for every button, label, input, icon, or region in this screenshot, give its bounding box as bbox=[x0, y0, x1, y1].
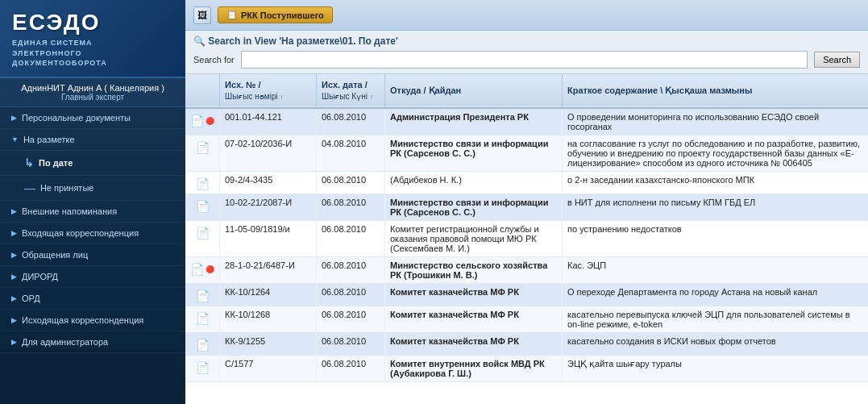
sidebar-arrow-obrascheniya: ▶ bbox=[11, 251, 17, 259]
cell-icons: 📄 bbox=[185, 283, 220, 306]
cell-icons: 📄 bbox=[185, 220, 220, 256]
sidebar-label-iskhod-korr: Исходящая корреспонденция bbox=[22, 315, 143, 325]
sidebar-label-obrascheniya: Обращения лиц bbox=[22, 250, 88, 260]
table-row[interactable]: 📄С/157706.08.2010Комитет внутренних войс… bbox=[185, 355, 868, 381]
doc-icon: 📄 bbox=[196, 141, 210, 154]
header-from: Откуда / Қайдан bbox=[385, 74, 563, 108]
search-input[interactable] bbox=[241, 51, 808, 69]
table-row[interactable]: 📄🔴001.01-44.12106.08.2010Администрация П… bbox=[185, 108, 868, 135]
table-header-row: Исх. № /Шығыс нөмірі ↑ Исх. дата /Шығыс … bbox=[185, 74, 868, 108]
header-content: Краткое содержание \ Қысқаша мазмыны bbox=[563, 74, 869, 108]
cell-date: 04.08.2010 bbox=[317, 135, 385, 171]
cell-icons: 📄 bbox=[185, 306, 220, 332]
header-num: Исх. № /Шығыс нөмірі ↑ bbox=[220, 74, 317, 108]
table-row[interactable]: 📄11-05-09/1819/и06.08.2010Комитет регист… bbox=[185, 220, 868, 256]
table-body: 📄🔴001.01-44.12106.08.2010Администрация П… bbox=[185, 108, 868, 382]
sidebar-label-narazmetke: На разметке bbox=[23, 135, 75, 144]
sidebar-arrow-personal: ▶ bbox=[11, 114, 17, 122]
table-row[interactable]: 📄10-02-21/2087-И06.08.2010Министерство с… bbox=[185, 194, 868, 220]
cell-content: О переходе Департамента по городу Астана… bbox=[563, 283, 869, 306]
nav-section: ▶Персональные документы▼На разметке↳По д… bbox=[0, 107, 185, 353]
search-bar: 🔍 Search in View 'На разметке\01. По дат… bbox=[185, 31, 868, 74]
sidebar-label-admin: Для администратора bbox=[22, 337, 108, 347]
sidebar-label-ord: ОРД bbox=[22, 294, 40, 303]
header-icons bbox=[185, 74, 220, 108]
table-row[interactable]: 📄КК-10/126406.08.2010Комитет казначейств… bbox=[185, 283, 868, 306]
sidebar-item-vhod-korr[interactable]: ▶Входящая корреспонденция bbox=[0, 223, 185, 244]
doc-icon: 📄 bbox=[196, 312, 210, 325]
doc-icon: 📄 bbox=[196, 361, 210, 374]
doc-icon: 📄 bbox=[196, 177, 210, 190]
cell-from: Министерство связи и информации РК (Сарс… bbox=[385, 135, 563, 171]
sidebar-item-ord[interactable]: ▶ОРД bbox=[0, 288, 185, 310]
sidebar-item-iskhod-korr[interactable]: ▶Исходящая корреспонденция bbox=[0, 310, 185, 331]
cell-date: 06.08.2010 bbox=[317, 355, 385, 381]
cell-icons: 📄 bbox=[185, 332, 220, 355]
cell-date: 06.08.2010 bbox=[317, 171, 385, 194]
sidebar-item-dirord[interactable]: ▶ДИРОРД bbox=[0, 266, 185, 288]
cell-from: (Абдибеков Н. К.) bbox=[385, 171, 563, 194]
cell-date: 06.08.2010 bbox=[317, 332, 385, 355]
sidebar-arrow-dirord: ▶ bbox=[11, 273, 17, 281]
table-row[interactable]: 📄КК-10/126806.08.2010Комитет казначейств… bbox=[185, 306, 868, 332]
cell-date: 06.08.2010 bbox=[317, 194, 385, 220]
cell-from: Администрация Президента РК bbox=[385, 108, 563, 135]
sidebar-item-narazmetke[interactable]: ▼На разметке bbox=[0, 129, 185, 151]
sidebar-item-personal[interactable]: ▶Персональные документы bbox=[0, 107, 185, 129]
document-table: Исх. № /Шығыс нөмірі ↑ Исх. дата /Шығыс … bbox=[185, 74, 868, 382]
cell-content: ЭЦҚ қайта шығару туралы bbox=[563, 355, 869, 381]
doc-icon: 📄 bbox=[196, 339, 210, 352]
sidebar-arrow-ord: ▶ bbox=[11, 294, 17, 302]
cell-icons: 📄 bbox=[185, 355, 220, 381]
cell-from: Министерство связи и информации РК (Сарс… bbox=[385, 194, 563, 220]
cell-content: касательно перевыпуска ключей ЭЦП для по… bbox=[563, 306, 869, 332]
table-row[interactable]: 📄🔴28-1-0-21/6487-И06.08.2010Министерство… bbox=[185, 256, 868, 283]
cell-date: 06.08.2010 bbox=[317, 220, 385, 256]
sidebar-arrow-iskhod-korr: ▶ bbox=[11, 316, 17, 324]
user-area: АднинНИТ Аднин А ( Канцелярия ) Главный … bbox=[0, 78, 185, 107]
red-flag-icon: 🔴 bbox=[206, 265, 214, 273]
doc-icon: 📄 bbox=[196, 200, 210, 213]
rkk-label: РКК Поступившего bbox=[241, 10, 324, 20]
sidebar-item-podate[interactable]: ↳По дате bbox=[0, 151, 185, 176]
table-row[interactable]: 📄КК-9/125506.08.2010Комитет казначейства… bbox=[185, 332, 868, 355]
cell-num: КК-10/1268 bbox=[220, 306, 317, 332]
user-name: АднинНИТ Аднин А ( Канцелярия ) bbox=[12, 83, 173, 93]
sidebar-label-nepriniatye: Не принятые bbox=[40, 183, 93, 193]
topbar: 🖼 📋 РКК Поступившего bbox=[185, 0, 868, 31]
search-title: 🔍 Search in View 'На разметке\01. По дат… bbox=[193, 35, 860, 47]
cell-icons: 📄🔴 bbox=[185, 108, 220, 135]
sidebar-item-nepriniatye[interactable]: —Не принятые bbox=[0, 176, 185, 201]
cell-date: 06.08.2010 bbox=[317, 306, 385, 332]
doc-icon: 📄 bbox=[196, 289, 210, 302]
rkk-icon: 📋 bbox=[226, 10, 238, 20]
cell-from: Комитет внутренних войск МВД РК (Аубакир… bbox=[385, 355, 563, 381]
cell-icons: 📄 bbox=[185, 194, 220, 220]
cell-num: 11-05-09/1819/и bbox=[220, 220, 317, 256]
cell-icons: 📄🔴 bbox=[185, 256, 220, 283]
cell-date: 06.08.2010 bbox=[317, 283, 385, 306]
cell-content: о 2-н заседании казахстанско-японского М… bbox=[563, 171, 869, 194]
toolbar-icon[interactable]: 🖼 bbox=[193, 6, 211, 24]
sidebar-item-admin[interactable]: ▶Для администратора bbox=[0, 331, 185, 353]
sidebar-arrow-admin: ▶ bbox=[11, 338, 17, 346]
sidebar-item-vneshnie[interactable]: ▶Внешние напоминания bbox=[0, 201, 185, 223]
table-row[interactable]: 📄09-2/4-343506.08.2010(Абдибеков Н. К.)о… bbox=[185, 171, 868, 194]
cell-num: 001.01-44.121 bbox=[220, 108, 317, 135]
sidebar-arrow-narazmetke: ▼ bbox=[11, 135, 19, 144]
table-row[interactable]: 📄07-02-10/2036-И04.08.2010Министерство с… bbox=[185, 135, 868, 171]
red-flag-icon: 🔴 bbox=[206, 117, 214, 125]
sidebar-label-vneshnie: Внешние напоминания bbox=[22, 206, 117, 216]
cell-num: 09-2/4-3435 bbox=[220, 171, 317, 194]
cell-content: по устранению недостатков bbox=[563, 220, 869, 256]
main-content: 🖼 📋 РКК Поступившего 🔍 Search in View 'Н… bbox=[185, 0, 868, 404]
cell-from: Комитет казначейства МФ РК bbox=[385, 283, 563, 306]
sidebar-bullet-podate: ↳ bbox=[24, 156, 34, 169]
search-button[interactable]: Search bbox=[814, 52, 860, 68]
doc-icon: 📄 bbox=[190, 263, 204, 276]
cell-content: О проведении мониторинга по использовани… bbox=[563, 108, 869, 135]
rkk-button[interactable]: 📋 РКК Поступившего bbox=[218, 6, 333, 23]
sidebar-item-obrascheniya[interactable]: ▶Обращения лиц bbox=[0, 244, 185, 266]
sidebar-bullet-nepriniatye: — bbox=[24, 181, 35, 194]
cell-from: Комитет казначейства МФ РК bbox=[385, 306, 563, 332]
